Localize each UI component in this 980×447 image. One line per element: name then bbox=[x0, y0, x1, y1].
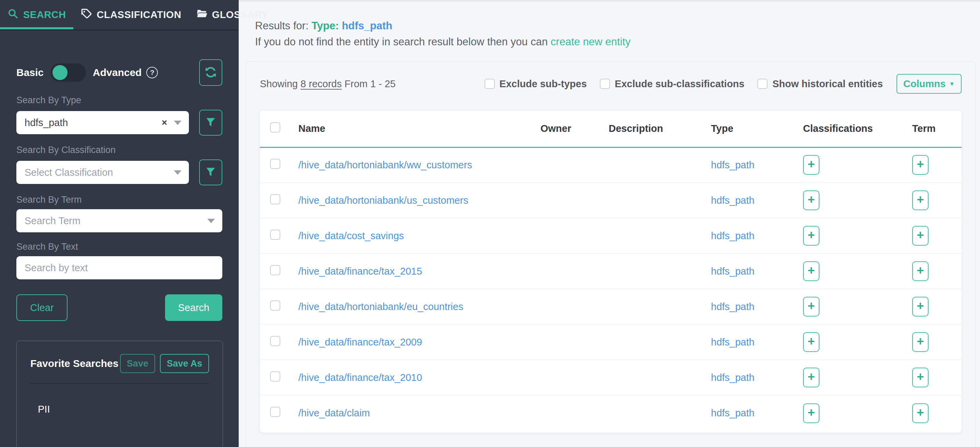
save-as-button[interactable]: Save As bbox=[160, 354, 209, 373]
entity-name-link[interactable]: /hive_data/hortoniabank/ww_customers bbox=[298, 159, 472, 170]
plus-icon: + bbox=[807, 299, 815, 313]
entity-type-link[interactable]: hdfs_path bbox=[711, 337, 754, 347]
tab-label: SEARCH bbox=[23, 9, 66, 21]
entity-name-link[interactable]: /hive_data/claim bbox=[298, 407, 370, 418]
entity-type-link[interactable]: hdfs_path bbox=[711, 230, 754, 241]
header-term: Term bbox=[904, 111, 962, 147]
create-new-entity-link[interactable]: create new entity bbox=[551, 36, 630, 48]
search-text-input[interactable] bbox=[16, 256, 222, 279]
plus-icon: + bbox=[807, 228, 815, 242]
entity-name-link[interactable]: /hive_data/hortoniabank/eu_countries bbox=[298, 301, 463, 312]
option-show-historical-entities[interactable]: Show historical entities bbox=[757, 78, 883, 90]
add-classification-button[interactable]: + bbox=[803, 261, 819, 281]
row-checkbox[interactable] bbox=[270, 159, 280, 169]
add-classification-button[interactable]: + bbox=[803, 368, 819, 387]
owner-cell bbox=[532, 147, 600, 182]
results-table-card: Name Owner Description Type Classificati… bbox=[260, 111, 962, 433]
classification-filter-button[interactable] bbox=[199, 159, 222, 185]
header-name: Name bbox=[290, 111, 532, 147]
tab-classification[interactable]: CLASSIFICATION bbox=[73, 0, 189, 29]
plus-icon: + bbox=[807, 406, 815, 420]
tab-search[interactable]: SEARCH bbox=[0, 0, 73, 29]
add-term-button[interactable]: + bbox=[912, 261, 929, 281]
row-checkbox[interactable] bbox=[270, 230, 280, 240]
search-button[interactable]: Search bbox=[165, 294, 222, 321]
entity-name-link[interactable]: /hive_data/cost_savings bbox=[298, 230, 404, 241]
chevron-down-icon bbox=[207, 219, 215, 223]
term-select[interactable]: Search Term bbox=[16, 209, 222, 232]
add-term-button[interactable]: + bbox=[912, 332, 929, 352]
save-button[interactable]: Save bbox=[120, 354, 155, 373]
option-exclude-sub-classifications[interactable]: Exclude sub-classifications bbox=[600, 78, 745, 90]
help-icon[interactable]: ? bbox=[146, 67, 158, 78]
entity-type-link[interactable]: hdfs_path bbox=[711, 195, 754, 206]
owner-cell bbox=[532, 324, 600, 360]
row-checkbox[interactable] bbox=[270, 371, 280, 382]
add-term-button[interactable]: + bbox=[912, 155, 929, 175]
row-checkbox[interactable] bbox=[270, 194, 280, 204]
clear-type-icon[interactable]: × bbox=[162, 117, 167, 128]
row-checkbox[interactable] bbox=[270, 301, 280, 311]
show-historical-entities-checkbox[interactable] bbox=[757, 79, 768, 89]
option-exclude-sub-types[interactable]: Exclude sub-types bbox=[485, 78, 587, 90]
table-header-row: Name Owner Description Type Classificati… bbox=[260, 111, 962, 147]
funnel-icon bbox=[205, 167, 216, 178]
description-cell bbox=[600, 218, 703, 254]
entity-type-link[interactable]: hdfs_path bbox=[711, 407, 754, 418]
field-search-by-classification: Search By Classification Select Classifi… bbox=[16, 144, 222, 185]
search-icon bbox=[8, 8, 18, 21]
plus-icon: + bbox=[916, 334, 924, 349]
header-classifications: Classifications bbox=[795, 111, 904, 147]
row-checkbox[interactable] bbox=[270, 336, 280, 346]
entity-name-link[interactable]: /hive_data/finance/tax_2015 bbox=[298, 266, 422, 277]
add-classification-button[interactable]: + bbox=[803, 226, 819, 246]
add-classification-button[interactable]: + bbox=[803, 155, 819, 175]
add-term-button[interactable]: + bbox=[912, 190, 929, 210]
classification-select-placeholder: Select Classification bbox=[25, 167, 113, 178]
refresh-button[interactable] bbox=[199, 59, 222, 86]
add-term-button[interactable]: + bbox=[912, 297, 929, 317]
add-classification-button[interactable]: + bbox=[803, 332, 819, 352]
field-label: Search By Text bbox=[16, 241, 222, 252]
mode-toggle-row: Basic Advanced ? bbox=[16, 59, 222, 86]
columns-dropdown-button[interactable]: Columns ▼ bbox=[896, 74, 962, 94]
description-cell bbox=[600, 360, 703, 395]
entity-type-link[interactable]: hdfs_path bbox=[711, 301, 754, 312]
classification-select[interactable]: Select Classification bbox=[16, 161, 189, 184]
select-all-checkbox[interactable] bbox=[270, 122, 280, 133]
entity-type-link[interactable]: hdfs_path bbox=[711, 159, 754, 170]
basic-advanced-toggle[interactable] bbox=[51, 63, 86, 82]
entity-name-link[interactable]: /hive_data/finance/tax_2009 bbox=[298, 337, 422, 347]
sidebar: SEARCH CLASSIFICATION GLOSSARY Basic bbox=[0, 0, 239, 447]
add-term-button[interactable]: + bbox=[912, 368, 929, 387]
favorite-search-item[interactable]: PII bbox=[30, 404, 209, 415]
favorite-searches-panel: Favorite Searches Save Save As PII bbox=[16, 341, 223, 447]
row-checkbox[interactable] bbox=[270, 265, 280, 275]
exclude-sub-classifications-checkbox[interactable] bbox=[600, 79, 610, 89]
favorite-searches-title: Favorite Searches bbox=[30, 358, 118, 369]
records-count-link[interactable]: 8 records bbox=[301, 78, 342, 89]
add-classification-button[interactable]: + bbox=[803, 297, 819, 317]
add-term-button[interactable]: + bbox=[912, 226, 929, 246]
entity-name-link[interactable]: /hive_data/hortoniabank/us_customers bbox=[298, 195, 468, 206]
entity-type-link[interactable]: hdfs_path bbox=[711, 372, 754, 383]
chevron-down-icon bbox=[174, 170, 181, 175]
type-select[interactable]: hdfs_path × bbox=[16, 111, 189, 134]
field-label: Search By Term bbox=[16, 194, 222, 205]
type-filter-button[interactable] bbox=[199, 110, 222, 136]
exclude-sub-types-checkbox[interactable] bbox=[485, 79, 495, 89]
results-main: Results for: Type: hdfs_path If you do n… bbox=[239, 0, 980, 447]
row-checkbox[interactable] bbox=[270, 407, 280, 417]
add-classification-button[interactable]: + bbox=[803, 190, 819, 210]
table-row: /hive_data/claim hdfs_path + + bbox=[260, 395, 962, 431]
header-description: Description bbox=[600, 111, 703, 147]
add-term-button[interactable]: + bbox=[912, 403, 929, 423]
entity-type-link[interactable]: hdfs_path bbox=[711, 266, 754, 277]
plus-icon: + bbox=[807, 263, 815, 278]
hint-line: If you do not find the entity in search … bbox=[255, 34, 980, 50]
entity-name-link[interactable]: /hive_data/finance/tax_2010 bbox=[298, 372, 422, 383]
clear-button[interactable]: Clear bbox=[16, 294, 67, 321]
add-classification-button[interactable]: + bbox=[803, 403, 819, 423]
type-select-value: hdfs_path bbox=[25, 117, 68, 128]
plus-icon: + bbox=[916, 228, 924, 242]
